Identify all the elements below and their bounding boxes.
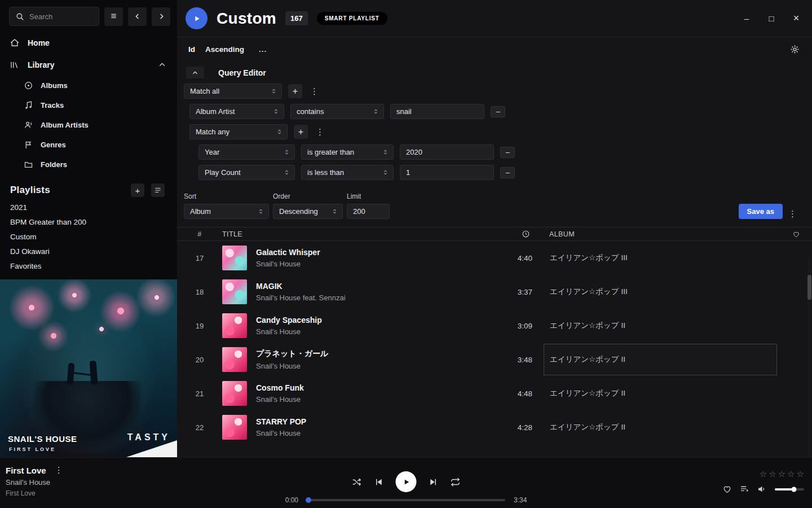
forward-button[interactable] xyxy=(152,7,170,26)
track-album[interactable]: エイリアン☆ポップ II xyxy=(544,378,777,409)
sidebar-item-genres[interactable]: Genres xyxy=(0,135,177,155)
search-input[interactable] xyxy=(29,12,91,21)
rating-stars[interactable]: ☆☆☆☆☆ xyxy=(760,469,804,479)
save-as-button[interactable]: Save as xyxy=(739,204,783,219)
rule-field-select[interactable]: Play Count xyxy=(198,165,295,180)
add-playlist-button[interactable]: + xyxy=(131,183,144,197)
previous-button[interactable] xyxy=(374,477,384,487)
back-button[interactable] xyxy=(128,7,147,26)
sidebar-item-albums[interactable]: Albums xyxy=(0,76,177,95)
settings-button[interactable] xyxy=(790,45,800,54)
remove-rule-button[interactable]: − xyxy=(491,106,505,117)
sort-select[interactable]: Album xyxy=(184,204,269,219)
collapse-query-editor-button[interactable] xyxy=(186,67,204,78)
sidebar-item-library[interactable]: Library xyxy=(0,54,177,76)
add-rule-button[interactable]: + xyxy=(288,84,302,98)
seek-bar[interactable] xyxy=(307,499,505,501)
track-album[interactable]: エイリアン☆ポップ II xyxy=(544,344,777,375)
column-album[interactable]: ALBUM xyxy=(549,230,780,238)
playlist-item[interactable]: DJ Okawari xyxy=(0,244,177,259)
maximize-button[interactable]: □ xyxy=(759,7,784,30)
playlist-item[interactable]: BPM Greater than 200 xyxy=(0,215,177,230)
updown-caret-icon xyxy=(382,169,389,176)
track-album[interactable]: エイリアン☆ポップ II xyxy=(544,411,777,443)
plus-icon: + xyxy=(135,186,140,195)
track-row[interactable]: 17Galactic WhisperSnail's House4:40エイリアン… xyxy=(177,241,812,275)
track-row[interactable]: 22STARRY POPSnail's House4:28エイリアン☆ポップ I… xyxy=(177,410,812,444)
playlist-list-options-button[interactable] xyxy=(151,183,165,197)
volume-handle[interactable] xyxy=(792,487,797,492)
seek-handle[interactable] xyxy=(306,497,311,503)
match-mode-select[interactable]: Match all xyxy=(184,84,282,99)
track-album[interactable]: エイリアン☆ポップ III xyxy=(544,276,777,308)
search-box[interactable] xyxy=(9,7,99,26)
rule-value-input[interactable] xyxy=(400,165,494,180)
track-album[interactable]: エイリアン☆ポップ III xyxy=(544,242,777,274)
volume-button[interactable] xyxy=(757,484,767,494)
shuffle-button[interactable] xyxy=(352,477,362,487)
close-button[interactable]: × xyxy=(784,7,809,30)
queue-button[interactable] xyxy=(740,484,749,494)
chevron-up-icon[interactable] xyxy=(157,60,167,69)
group-match-mode-select[interactable]: Match any xyxy=(189,124,288,139)
now-playing-artwork[interactable]: SNAIL'S HOUSE FIRST LOVE TASTY xyxy=(0,279,177,457)
minus-icon: − xyxy=(505,169,510,177)
playlist-item[interactable]: 2021 xyxy=(0,200,177,215)
sidebar-item-label: Genres xyxy=(41,141,66,149)
track-artist: Snail's House feat. Sennzai xyxy=(256,294,504,302)
next-button[interactable] xyxy=(429,477,439,487)
rule-menu-button[interactable]: ⋮ xyxy=(308,86,320,97)
sidebar-item-album-artists[interactable]: Album Artists xyxy=(0,115,177,135)
sidebar-item-folders[interactable]: Folders xyxy=(0,155,177,174)
sidebar-item-tracks[interactable]: Tracks xyxy=(0,95,177,115)
star-icon[interactable]: ☆ xyxy=(769,469,776,479)
add-group-rule-button[interactable]: + xyxy=(294,125,308,139)
track-row[interactable]: 18MAGIKSnail's House feat. Sennzai3:37エイ… xyxy=(177,275,812,309)
sidebar-item-home[interactable]: Home xyxy=(0,32,177,54)
rule-operator-select[interactable]: contains xyxy=(290,104,384,119)
sort-field-button[interactable]: Id xyxy=(188,45,195,54)
save-menu-button[interactable]: ⋮ xyxy=(787,209,798,219)
minimize-button[interactable]: – xyxy=(734,7,759,30)
repeat-button[interactable] xyxy=(451,477,461,487)
star-icon[interactable]: ☆ xyxy=(797,469,804,479)
sort-direction-button[interactable]: Ascending xyxy=(205,45,244,54)
music-note-icon xyxy=(24,100,33,110)
scrollbar-thumb[interactable] xyxy=(807,275,811,300)
group-menu-button[interactable]: ⋮ xyxy=(314,127,326,137)
limit-input[interactable] xyxy=(347,204,390,219)
track-number: 17 xyxy=(177,254,222,262)
remove-rule-button[interactable]: − xyxy=(500,147,515,158)
star-icon[interactable]: ☆ xyxy=(778,469,785,479)
favorite-button[interactable] xyxy=(722,484,732,494)
remove-rule-button[interactable]: − xyxy=(500,167,515,178)
column-duration[interactable] xyxy=(522,230,549,238)
order-select[interactable]: Descending xyxy=(273,204,343,219)
star-icon[interactable]: ☆ xyxy=(760,469,767,479)
rule-operator-select[interactable]: is less than xyxy=(301,165,394,180)
rule-operator-select[interactable]: is greater than xyxy=(301,144,394,160)
column-title[interactable]: TITLE xyxy=(222,230,504,238)
track-row[interactable]: 20プラネット・ガールSnail's House3:48エイリアン☆ポップ II xyxy=(177,343,812,376)
track-album[interactable]: エイリアン☆ポップ II xyxy=(544,310,777,341)
star-icon[interactable]: ☆ xyxy=(787,469,795,479)
volume-slider[interactable] xyxy=(775,488,804,491)
column-index[interactable]: # xyxy=(177,230,222,238)
rule-value-input[interactable] xyxy=(400,144,494,160)
rule-field-select[interactable]: Album Artist xyxy=(189,104,284,119)
track-row[interactable]: 19Candy SpaceshipSnail's House3:09エイリアン☆… xyxy=(177,309,812,343)
play-pause-button[interactable] xyxy=(396,471,417,492)
track-number: 21 xyxy=(177,389,222,398)
select-value: Match all xyxy=(190,87,219,95)
album-art-thumbnail xyxy=(222,381,247,406)
play-playlist-button[interactable] xyxy=(186,7,208,29)
menu-button[interactable]: ≡ xyxy=(104,7,123,26)
now-playing-menu-button[interactable]: ⋮ xyxy=(53,465,65,475)
playlist-item[interactable]: Custom xyxy=(0,230,177,244)
rule-field-select[interactable]: Year xyxy=(198,144,295,160)
more-options-button[interactable]: ... xyxy=(259,45,267,54)
track-row[interactable]: 21Cosmo FunkSnail's House4:48エイリアン☆ポップ I… xyxy=(177,376,812,410)
column-favorite[interactable] xyxy=(792,230,800,238)
rule-value-input[interactable] xyxy=(390,104,484,119)
playlist-item[interactable]: Favorites xyxy=(0,259,177,274)
